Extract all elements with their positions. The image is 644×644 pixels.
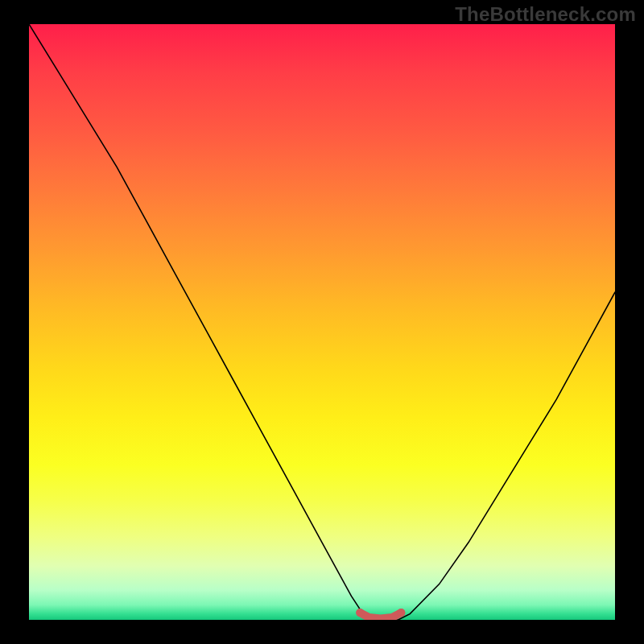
optimal-range-marker xyxy=(360,613,401,618)
chart-frame: TheBottleneck.com xyxy=(0,0,644,644)
watermark-text: TheBottleneck.com xyxy=(455,3,636,26)
plot-area xyxy=(29,24,615,620)
bottleneck-curve xyxy=(29,24,615,620)
optimal-range-end-dot xyxy=(397,609,405,617)
optimal-range-start-dot xyxy=(356,609,364,617)
bottleneck-curve-svg xyxy=(29,24,615,620)
